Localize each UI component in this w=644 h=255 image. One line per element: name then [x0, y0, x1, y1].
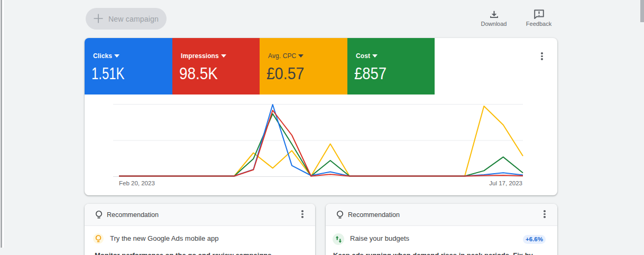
- svg-text:Jul 17, 2023: Jul 17, 2023: [489, 180, 522, 186]
- svg-text:Feb 20, 2023: Feb 20, 2023: [119, 180, 155, 186]
